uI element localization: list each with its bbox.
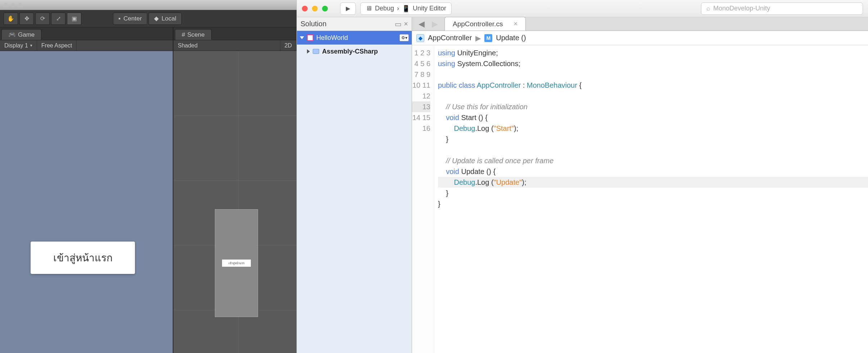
editor-pane: ◀ ▶ AppController.cs× ◆ AppController ▶ …	[412, 17, 868, 353]
tab-game[interactable]: 🎮Game	[1, 29, 41, 40]
minimize-icon[interactable]	[11, 3, 15, 7]
hand-tool-button[interactable]: ✋	[4, 13, 18, 25]
run-button[interactable]: ▶	[340, 3, 356, 15]
zoom-icon[interactable]	[18, 3, 22, 7]
nav-back-button[interactable]: ◀	[419, 19, 425, 29]
close-tab-icon[interactable]: ×	[514, 20, 517, 28]
close-icon[interactable]	[302, 6, 308, 12]
enter-home-button[interactable]: เข้าสู่หน้าแรก	[31, 242, 135, 274]
rect-tool-button[interactable]: ▣	[67, 13, 81, 25]
method-icon: M	[484, 34, 492, 42]
project-icon	[307, 35, 313, 41]
scale-tool-button[interactable]: ⤢	[51, 13, 65, 25]
play-icon: ▶	[346, 5, 350, 12]
nav-forward-button[interactable]: ▶	[432, 19, 438, 29]
unity-window: ✋ ✥ ⟳ ⤢ ▣ ▪Center ◆Local 🎮Game Display 1…	[0, 0, 297, 353]
close-pad-icon[interactable]: ×	[404, 20, 408, 28]
minimize-icon[interactable]	[312, 6, 318, 12]
breadcrumb[interactable]: ◆ AppController ▶ M Update ()	[412, 31, 868, 45]
gear-icon[interactable]: ⚙▾	[399, 34, 409, 41]
space-toggle[interactable]: ◆Local	[149, 13, 182, 25]
scene-icon: #	[182, 31, 185, 38]
move-tool-button[interactable]: ✥	[19, 13, 34, 25]
class-icon: ◆	[416, 34, 424, 42]
game-panel: 🎮Game Display 1▾ Free Aspect เข้าสู่หน้า…	[0, 27, 173, 353]
config-selector[interactable]: 🖥Debug› 📱Unity Editor	[360, 3, 452, 15]
expand-icon[interactable]	[307, 49, 310, 54]
search-input[interactable]: ⌕MonoDevelop-Unity	[701, 3, 863, 15]
shading-dropdown[interactable]: Shaded	[173, 40, 280, 51]
folder-icon	[313, 49, 319, 54]
scene-ui-button[interactable]: เข้าสู่หน้าแรก	[222, 260, 251, 267]
code-content[interactable]: using UnityEngine; using System.Collecti…	[434, 45, 868, 353]
pivot-toggle[interactable]: ▪Center	[113, 13, 147, 25]
display-dropdown[interactable]: Display 1▾	[0, 40, 37, 51]
2d-toggle[interactable]: 2D	[280, 40, 297, 51]
scene-view[interactable]: เข้าสู่หน้าแรก	[173, 51, 297, 353]
code-editor[interactable]: 1 2 3 4 5 6 7 8 9 10 11 12 13 14 15 16 u…	[412, 45, 868, 353]
unity-panels: 🎮Game Display 1▾ Free Aspect เข้าสู่หน้า…	[0, 27, 297, 353]
game-icon: 🎮	[8, 31, 16, 38]
line-gutter: 1 2 3 4 5 6 7 8 9 10 11 12 13 14 15 16	[412, 45, 434, 353]
solution-item-project[interactable]: HelloWorld ⚙▾	[297, 31, 412, 45]
monodevelop-window: ▶ 🖥Debug› 📱Unity Editor ⌕MonoDevelop-Uni…	[297, 0, 868, 353]
solution-header[interactable]: Solution ▭×	[297, 17, 412, 31]
tab-scene[interactable]: #Scene	[175, 29, 212, 40]
unity-toolbar: ✋ ✥ ⟳ ⤢ ▣ ▪Center ◆Local	[0, 10, 297, 27]
game-view[interactable]: เข้าสู่หน้าแรก	[0, 51, 173, 353]
aspect-dropdown[interactable]: Free Aspect	[37, 40, 77, 51]
rotate-tool-button[interactable]: ⟳	[35, 13, 50, 25]
pad-options-icon[interactable]: ▭	[395, 20, 402, 28]
tab-appcontroller[interactable]: AppController.cs×	[444, 17, 526, 31]
editor-tabs: ◀ ▶ AppController.cs×	[412, 17, 868, 31]
center-icon: ▪	[118, 15, 121, 22]
solution-pane: Solution ▭× HelloWorld ⚙▾ Assembly-CShar…	[297, 17, 412, 353]
scene-canvas-object[interactable]: เข้าสู่หน้าแรก	[215, 209, 258, 317]
expand-icon[interactable]	[300, 36, 304, 39]
search-icon: ⌕	[706, 5, 710, 12]
monitor-icon: 🖥	[366, 5, 372, 12]
device-icon: 📱	[402, 5, 410, 13]
close-icon[interactable]	[4, 3, 8, 7]
mono-titlebar[interactable]: ▶ 🖥Debug› 📱Unity Editor ⌕MonoDevelop-Uni…	[297, 0, 868, 17]
solution-item-assembly[interactable]: Assembly-CSharp	[297, 45, 412, 58]
unity-titlebar[interactable]	[0, 0, 297, 10]
zoom-icon[interactable]	[322, 6, 328, 12]
local-icon: ◆	[154, 15, 159, 22]
scene-panel: #Scene Shaded 2D เข้าสู่หน้าแรก	[173, 27, 297, 353]
